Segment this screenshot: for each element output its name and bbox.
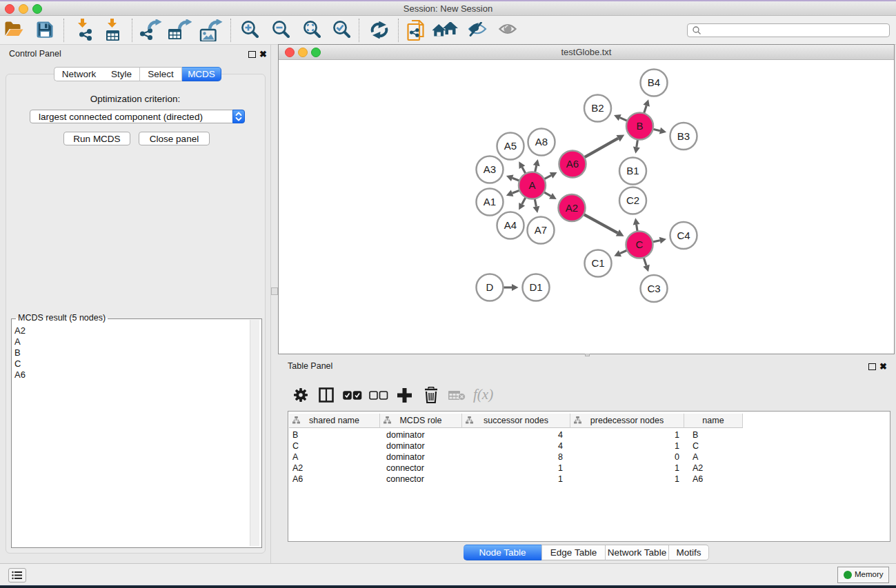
- svg-text:A8: A8: [535, 136, 548, 148]
- svg-text:B2: B2: [591, 102, 604, 114]
- svg-text:A4: A4: [504, 219, 517, 231]
- svg-text:C4: C4: [677, 230, 690, 241]
- svg-text:A2: A2: [566, 202, 578, 214]
- svg-text:B1: B1: [626, 165, 639, 176]
- svg-text:A7: A7: [535, 224, 547, 236]
- svg-text:D1: D1: [529, 281, 542, 293]
- svg-text:B: B: [636, 120, 643, 132]
- svg-text:C2: C2: [626, 194, 639, 206]
- svg-text:C1: C1: [591, 257, 604, 269]
- svg-text:A3: A3: [484, 163, 496, 175]
- svg-text:C3: C3: [647, 283, 660, 294]
- svg-text:C: C: [636, 239, 644, 250]
- svg-text:A5: A5: [504, 140, 517, 152]
- svg-text:A1: A1: [484, 196, 496, 207]
- svg-text:A: A: [528, 179, 535, 191]
- svg-text:D: D: [486, 281, 494, 293]
- svg-text:A6: A6: [566, 158, 579, 170]
- svg-text:B4: B4: [648, 77, 660, 88]
- svg-text:B3: B3: [677, 130, 690, 142]
